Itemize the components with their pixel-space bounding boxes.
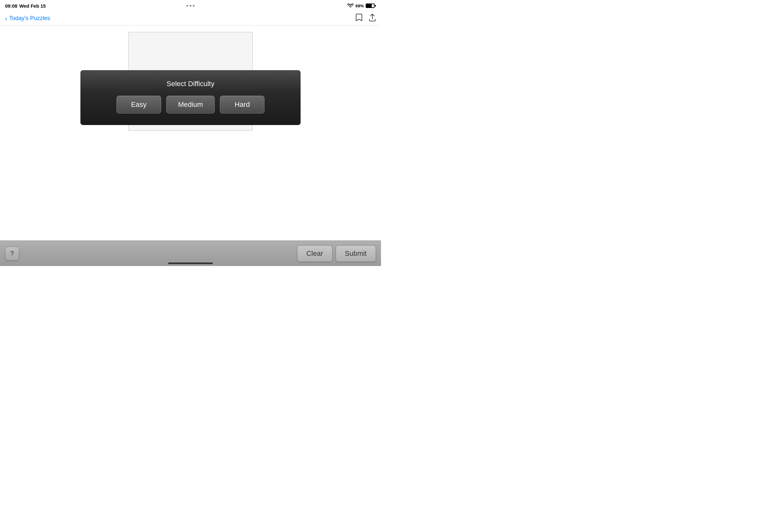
- status-time-date: 09:08 Wed Feb 15: [5, 3, 45, 9]
- bottom-toolbar: ? Clear Submit: [0, 240, 381, 266]
- share-icon[interactable]: [369, 13, 376, 23]
- wifi-icon: [347, 4, 353, 8]
- help-button[interactable]: ?: [5, 246, 19, 261]
- submit-button[interactable]: Submit: [336, 245, 376, 262]
- home-indicator: [168, 262, 213, 264]
- nav-bar: ‹ Today's Puzzles: [0, 12, 381, 26]
- nav-back-label: Today's Puzzles: [9, 15, 50, 22]
- battery-icon: [366, 4, 376, 8]
- nav-actions: [355, 13, 376, 23]
- dot-2: [190, 5, 191, 7]
- difficulty-buttons: Easy Medium Hard: [116, 96, 265, 113]
- toolbar-right: Clear Submit: [297, 245, 376, 262]
- difficulty-title: Select Difficulty: [167, 80, 214, 88]
- dot-3: [193, 5, 194, 7]
- clear-button[interactable]: Clear: [297, 245, 333, 262]
- back-arrow-icon: ‹: [5, 15, 7, 22]
- status-bar: 09:08 Wed Feb 15 69%: [0, 0, 381, 12]
- toolbar-left: ?: [5, 246, 19, 261]
- battery-percent: 69%: [355, 4, 364, 8]
- status-time: 09:08: [5, 3, 17, 9]
- medium-button[interactable]: Medium: [166, 96, 215, 113]
- difficulty-modal: Select Difficulty Easy Medium Hard: [80, 70, 301, 125]
- bookmark-icon[interactable]: [355, 13, 362, 23]
- hard-button[interactable]: Hard: [220, 96, 265, 113]
- dot-1: [187, 5, 188, 7]
- main-content: Select Difficulty Easy Medium Hard: [0, 26, 381, 240]
- back-button[interactable]: ‹ Today's Puzzles: [5, 15, 50, 22]
- status-center-dots: [187, 5, 194, 7]
- status-right: 69%: [347, 4, 376, 8]
- easy-button[interactable]: Easy: [116, 96, 161, 113]
- status-date: Wed Feb 15: [19, 3, 45, 9]
